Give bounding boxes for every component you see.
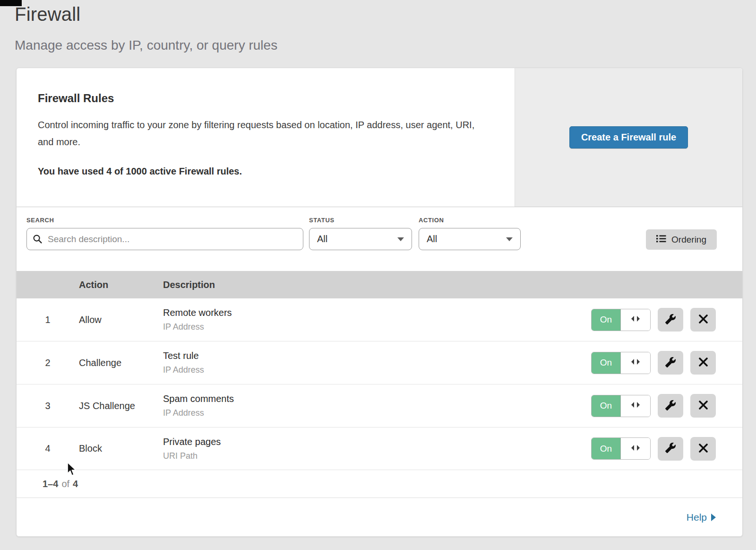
delete-rule-button[interactable] — [690, 351, 716, 375]
firewall-rules-intro: Firewall Rules Control incoming traffic … — [17, 68, 515, 207]
pagination-total: 4 — [73, 479, 78, 489]
edit-rule-button[interactable] — [658, 351, 683, 375]
status-field-group: STATUS All — [309, 217, 412, 250]
edit-rule-button[interactable] — [658, 437, 683, 461]
rule-match-type: URI Path — [163, 451, 591, 461]
rules-table-body: 1 Allow Remote workers IP Address On — [17, 298, 742, 470]
rule-description: Spam comments — [163, 393, 591, 404]
action-selected-value: All — [427, 234, 437, 244]
toggle-handle[interactable] — [621, 395, 650, 417]
rule-controls: On — [591, 437, 742, 461]
help-row: Help — [17, 498, 742, 536]
column-header-action: Action — [79, 279, 163, 290]
edit-rule-button[interactable] — [658, 394, 683, 418]
wrench-icon — [665, 443, 676, 454]
rule-action: Block — [79, 443, 163, 454]
toggle-handle[interactable] — [621, 438, 650, 459]
rule-action: JS Challenge — [79, 401, 163, 411]
rule-action: Allow — [79, 314, 163, 325]
rule-controls: On — [591, 351, 742, 375]
rule-controls: On — [591, 394, 742, 418]
rule-action: Challenge — [79, 358, 163, 368]
page-subtitle: Manage access by IP, country, or query r… — [15, 38, 277, 53]
rule-description-cell: Spam comments IP Address — [163, 393, 591, 418]
close-icon — [699, 444, 708, 454]
toggle-on-label[interactable]: On — [592, 352, 621, 374]
chevron-down-icon — [397, 237, 404, 241]
rule-match-type: IP Address — [163, 322, 591, 332]
card-top-section: Firewall Rules Control incoming traffic … — [17, 68, 742, 207]
create-firewall-rule-button[interactable]: Create a Firewall rule — [569, 126, 688, 148]
toggle-arrows-icon — [630, 402, 641, 410]
ordering-button[interactable]: Ordering — [646, 229, 717, 250]
rule-description: Test rule — [163, 350, 591, 361]
search-label: SEARCH — [26, 217, 303, 224]
table-row: 1 Allow Remote workers IP Address On — [17, 298, 742, 341]
rule-enabled-toggle[interactable]: On — [591, 352, 651, 374]
action-field-group: ACTION All — [419, 217, 521, 250]
toggle-handle[interactable] — [621, 309, 650, 331]
ordering-button-label: Ordering — [671, 235, 706, 245]
help-link-label: Help — [687, 512, 707, 523]
delete-rule-button[interactable] — [690, 308, 716, 332]
close-icon — [699, 358, 708, 368]
rule-description-cell: Remote workers IP Address — [163, 307, 591, 332]
rule-enabled-toggle[interactable]: On — [591, 437, 651, 460]
filter-bar: SEARCH STATUS All ACTION All — [17, 207, 742, 271]
panel-description: Control incoming traffic to your zone by… — [38, 116, 484, 150]
pagination-of: of — [61, 479, 69, 489]
toggle-arrows-icon — [630, 358, 641, 367]
toggle-on-label[interactable]: On — [592, 395, 621, 417]
close-icon — [699, 401, 708, 411]
toggle-arrows-icon — [630, 315, 641, 324]
rule-match-type: IP Address — [163, 365, 591, 375]
table-row: 4 Block Private pages URI Path On — [17, 428, 742, 470]
rule-match-type: IP Address — [163, 408, 591, 418]
list-ordering-icon — [656, 235, 666, 245]
search-input[interactable] — [26, 228, 303, 250]
action-select[interactable]: All — [419, 228, 521, 250]
rule-description-cell: Test rule IP Address — [163, 350, 591, 375]
wrench-icon — [665, 357, 676, 369]
rule-enabled-toggle[interactable]: On — [591, 309, 651, 331]
toggle-handle[interactable] — [621, 352, 650, 374]
rule-priority: 2 — [17, 358, 79, 368]
rule-controls: On — [591, 308, 742, 332]
column-header-description: Description — [163, 279, 742, 290]
rule-priority: 3 — [17, 401, 79, 411]
wrench-icon — [665, 314, 676, 326]
toggle-on-label[interactable]: On — [592, 438, 621, 459]
usage-line: You have used 4 of 1000 active Firewall … — [38, 166, 497, 177]
status-selected-value: All — [317, 234, 327, 244]
rule-enabled-toggle[interactable]: On — [591, 395, 651, 417]
rule-priority: 1 — [17, 314, 79, 325]
close-icon — [699, 314, 708, 325]
toggle-arrows-icon — [630, 445, 641, 453]
panel-title: Firewall Rules — [38, 92, 497, 105]
page-title: Firewall — [15, 4, 80, 25]
rule-description: Private pages — [163, 437, 591, 447]
action-label: ACTION — [419, 217, 521, 224]
edit-rule-button[interactable] — [658, 308, 683, 332]
chevron-down-icon — [506, 237, 513, 241]
status-select[interactable]: All — [309, 228, 412, 250]
cta-area: Create a Firewall rule — [515, 68, 742, 207]
wrench-icon — [665, 400, 676, 412]
pagination: 1–4 of 4 — [17, 470, 742, 498]
table-row: 2 Challenge Test rule IP Address On — [17, 341, 742, 384]
table-row: 3 JS Challenge Spam comments IP Address … — [17, 384, 742, 428]
help-link[interactable]: Help — [687, 512, 716, 523]
delete-rule-button[interactable] — [690, 394, 716, 418]
help-arrow-icon — [711, 514, 716, 521]
search-field-group: SEARCH — [26, 217, 303, 250]
rule-priority: 4 — [17, 443, 79, 454]
rule-description-cell: Private pages URI Path — [163, 437, 591, 461]
table-header: Action Description — [17, 271, 742, 298]
rule-description: Remote workers — [163, 307, 591, 318]
toggle-on-label[interactable]: On — [592, 309, 621, 331]
search-icon — [33, 235, 42, 244]
delete-rule-button[interactable] — [690, 437, 716, 461]
status-label: STATUS — [309, 217, 412, 224]
pagination-range: 1–4 — [43, 479, 58, 489]
firewall-rules-card: Firewall Rules Control incoming traffic … — [16, 68, 743, 537]
